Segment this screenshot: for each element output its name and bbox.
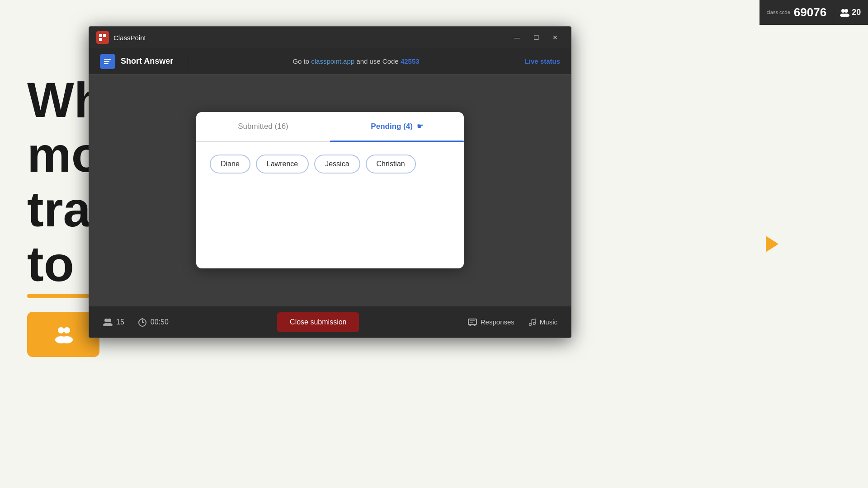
svg-point-3 <box>61 336 73 343</box>
music-button[interactable]: Music <box>528 318 557 326</box>
live-status-button[interactable]: Live status <box>525 57 560 65</box>
name-tags-container: Diane Lawrence Jessica Christian <box>210 155 450 174</box>
participants-bottom-icon <box>103 318 113 326</box>
modal-overlay: Submitted (16) Pending (4) ☛ Diane Lawre… <box>89 75 571 306</box>
clock-icon <box>138 318 147 327</box>
short-answer-icon <box>100 54 115 69</box>
svg-rect-8 <box>99 34 102 37</box>
class-code-label: class code <box>767 9 790 15</box>
toolbar-title: Short Answer <box>121 56 173 66</box>
svg-rect-13 <box>104 63 108 64</box>
toolbar-section: Short Answer <box>100 54 187 69</box>
toolbar-center: Go to classpoint.app and use Code 42553 <box>187 57 524 65</box>
window-toolbar: Short Answer Go to classpoint.app and us… <box>89 48 571 75</box>
window-content: Submitted (16) Pending (4) ☛ Diane Lawre… <box>89 75 571 306</box>
pending-tab-label: Pending (4) <box>371 122 413 131</box>
responses-icon <box>468 319 477 326</box>
svg-rect-10 <box>99 38 102 41</box>
maximize-button[interactable]: ☐ <box>528 30 545 45</box>
toolbar-code: 42553 <box>401 57 420 65</box>
svg-rect-21 <box>142 318 143 319</box>
svg-point-5 <box>844 9 848 13</box>
music-label: Music <box>540 318 557 326</box>
submitted-tab-label: Submitted (16) <box>238 122 288 131</box>
timer-display: 00:50 <box>151 318 169 326</box>
classpoint-logo <box>96 31 109 44</box>
class-code-badge: class code 69076 20 <box>760 0 868 25</box>
participant-stat: 15 <box>103 318 124 326</box>
svg-point-14 <box>104 319 108 322</box>
divider <box>833 6 833 19</box>
name-tag-diane: Diane <box>210 155 250 174</box>
close-button[interactable]: ✕ <box>547 30 564 45</box>
svg-rect-11 <box>104 59 111 60</box>
submitted-tab[interactable]: Submitted (16) <box>196 112 330 141</box>
answer-icon <box>103 57 112 66</box>
close-submission-button[interactable]: Close submission <box>277 312 359 332</box>
participant-count: 15 <box>116 318 124 326</box>
name-tag-jessica: Jessica <box>314 155 360 174</box>
svg-point-1 <box>64 327 70 333</box>
cursor-icon: ☛ <box>417 122 423 131</box>
window-title: ClassPoint <box>113 34 146 42</box>
toolbar-go-to: Go to <box>292 57 311 65</box>
pending-tab[interactable]: Pending (4) ☛ <box>330 112 464 141</box>
svg-rect-12 <box>104 61 109 62</box>
responses-button[interactable]: Responses <box>468 318 514 326</box>
svg-point-27 <box>529 323 531 325</box>
minimize-button[interactable]: — <box>509 30 526 45</box>
next-arrow[interactable] <box>766 236 778 252</box>
music-icon <box>528 318 536 326</box>
logo-icon <box>99 33 107 42</box>
participants-icon <box>840 9 849 17</box>
window-controls: — ☐ ✕ <box>509 30 564 45</box>
responses-label: Responses <box>481 318 514 326</box>
modal-dialog: Submitted (16) Pending (4) ☛ Diane Lawre… <box>196 112 464 268</box>
svg-point-15 <box>108 319 111 322</box>
svg-rect-22 <box>468 319 476 324</box>
window-title-left: ClassPoint <box>96 31 146 44</box>
toolbar-middle-text: and use Code <box>354 57 401 65</box>
modal-body: Diane Lawrence Jessica Christian <box>196 142 464 268</box>
class-code-number: 69076 <box>794 5 826 19</box>
window-titlebar: ClassPoint — ☐ ✕ <box>89 27 571 48</box>
svg-point-28 <box>533 322 535 324</box>
timer-stat: 00:50 <box>138 318 169 327</box>
name-tag-christian: Christian <box>366 155 416 174</box>
participants-count: 20 <box>840 8 861 17</box>
classpoint-window: ClassPoint — ☐ ✕ Short Answer Go to clas… <box>89 26 571 338</box>
toolbar-link[interactable]: classpoint.app <box>311 57 354 65</box>
participant-number: 20 <box>852 8 861 17</box>
window-bottombar: 15 00:50 Close submission Responses <box>89 306 571 338</box>
modal-tabs: Submitted (16) Pending (4) ☛ <box>196 112 464 142</box>
name-tag-lawrence: Lawrence <box>256 155 309 174</box>
svg-point-4 <box>841 9 845 13</box>
svg-point-0 <box>58 327 64 333</box>
people-icon <box>52 323 75 346</box>
svg-rect-9 <box>103 34 106 37</box>
